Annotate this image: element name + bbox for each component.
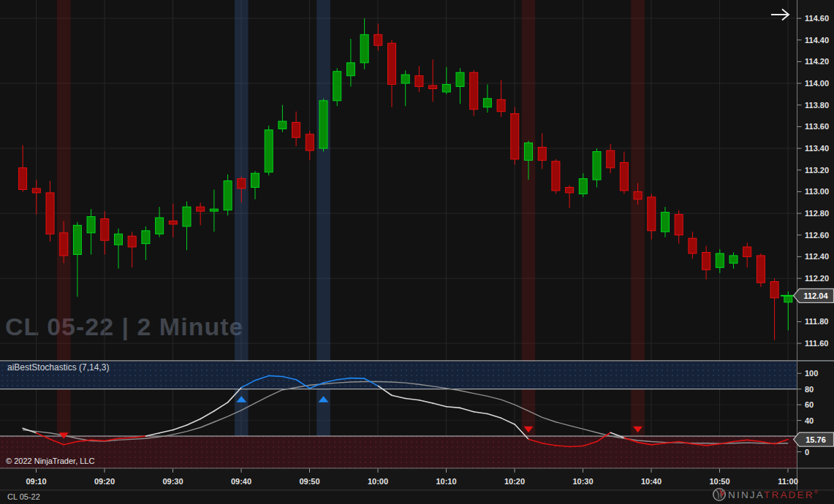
price-tick-label: 113.80 bbox=[805, 101, 829, 110]
ninjatrader-logo: NINJATRADER® bbox=[713, 489, 819, 500]
instrument-tab[interactable]: CL 05-22 bbox=[7, 492, 40, 501]
price-axis-area[interactable] bbox=[797, 0, 834, 490]
brand-text-ninja: NINJA bbox=[728, 489, 764, 500]
svg-text:112.04: 112.04 bbox=[803, 291, 828, 300]
price-tick-label: 113.00 bbox=[805, 187, 829, 196]
time-tick-label: 09:40 bbox=[231, 477, 251, 486]
price-tick-label: 114.60 bbox=[805, 14, 829, 23]
brand-registered-mark: ® bbox=[814, 489, 819, 495]
time-tick-label: 10:30 bbox=[572, 477, 593, 486]
price-tick-label: 113.60 bbox=[805, 122, 829, 131]
time-tick-label: 09:20 bbox=[94, 477, 115, 486]
price-tick-label: 111.80 bbox=[805, 317, 828, 326]
candle-down bbox=[470, 70, 478, 115]
candle-down bbox=[757, 253, 765, 287]
time-tick-label: 09:50 bbox=[299, 477, 319, 486]
time-axis-area[interactable] bbox=[0, 468, 797, 490]
time-tick-label: 10:20 bbox=[504, 477, 525, 486]
stochastic-k-segment bbox=[569, 446, 583, 446]
price-tick-label: 112.20 bbox=[805, 274, 829, 283]
candle-up bbox=[319, 99, 327, 152]
indicator-tick-label: 100 bbox=[805, 369, 818, 378]
indicator-tick-label: 80 bbox=[805, 385, 814, 394]
candle-down bbox=[552, 159, 560, 194]
time-tick-label: 09:10 bbox=[26, 477, 46, 486]
price-tick-label: 113.40 bbox=[805, 144, 829, 153]
time-tick-label: 10:10 bbox=[436, 477, 456, 486]
svg-text:15.76: 15.76 bbox=[805, 435, 826, 444]
price-tick-label: 114.40 bbox=[805, 36, 829, 45]
stochastic-k-segment bbox=[118, 438, 132, 438]
time-tick-label: 09:30 bbox=[162, 477, 183, 486]
time-tick-label: 11:00 bbox=[778, 477, 798, 486]
last-price-badge: 112.04 bbox=[794, 289, 834, 302]
svg-text:NINJATRADER®: NINJATRADER® bbox=[728, 489, 819, 500]
indicator-label: aiBestStochastics (7,14,3) bbox=[7, 362, 109, 373]
indicator-tick-label: 40 bbox=[805, 416, 814, 425]
candle-up bbox=[224, 175, 232, 215]
stochastic-k-segment bbox=[269, 375, 283, 376]
time-tick-label: 10:00 bbox=[368, 477, 388, 486]
price-tick-label: 111.60 bbox=[805, 339, 828, 348]
stochastic-k-segment bbox=[91, 440, 105, 440]
ninjatrader-logo-icon bbox=[713, 489, 725, 500]
price-tick-label: 112.60 bbox=[805, 231, 829, 240]
candle-down bbox=[511, 107, 519, 165]
price-tick-label: 114.00 bbox=[805, 79, 829, 88]
indicator-tick-label: 0 bbox=[805, 448, 809, 457]
price-tick-label: 112.40 bbox=[805, 252, 829, 261]
price-tick-label: 114.20 bbox=[805, 57, 829, 66]
time-tick-label: 10:50 bbox=[709, 477, 729, 486]
brand-text-trader: TRADER bbox=[764, 489, 814, 500]
ninjatrader-chart-window: CL 05-22 | 2 Minute 114.60114.40114.2011… bbox=[0, 0, 834, 504]
candle-up bbox=[333, 68, 341, 106]
candle-up bbox=[265, 126, 273, 175]
price-tick-label: 113.20 bbox=[805, 166, 829, 175]
indicator-tick-label: 60 bbox=[805, 400, 814, 409]
price-tick-label: 112.80 bbox=[805, 209, 829, 218]
watermark: CL 05-22 | 2 Minute bbox=[5, 313, 243, 340]
tab-strip bbox=[0, 490, 834, 504]
time-tick-label: 10:40 bbox=[641, 477, 661, 486]
stochastic-k-segment bbox=[351, 378, 365, 379]
copyright-label: © 2022 NinjaTrader, LLC bbox=[6, 457, 94, 465]
indicator-value-badge: 15.76 bbox=[794, 432, 834, 446]
